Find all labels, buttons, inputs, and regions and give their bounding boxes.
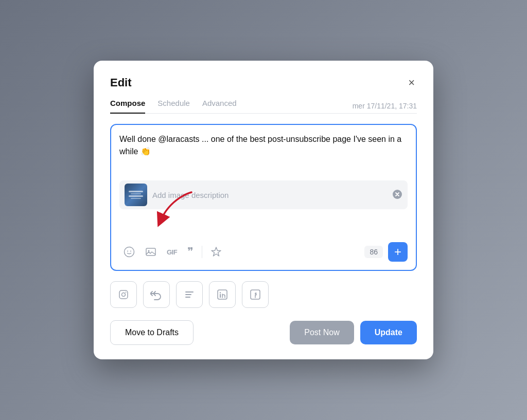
instagram-button[interactable] xyxy=(110,281,137,308)
quote-icon: ❞ xyxy=(187,245,194,259)
retweet-button[interactable] xyxy=(143,281,170,308)
thumb-line-1 xyxy=(129,191,143,192)
social-buttons-row xyxy=(110,281,417,308)
thread-button[interactable] xyxy=(176,281,203,308)
svg-rect-9 xyxy=(185,291,194,293)
quote-button[interactable]: ❞ xyxy=(183,242,198,262)
modal-header: Edit × xyxy=(110,75,417,90)
svg-point-1 xyxy=(125,247,134,257)
svg-rect-10 xyxy=(185,294,191,295)
tab-schedule[interactable]: Schedule xyxy=(157,99,190,114)
compose-toolbar: GIF ❞ 86 + xyxy=(119,242,408,262)
add-button[interactable]: + xyxy=(388,242,408,262)
remove-icon xyxy=(392,189,402,199)
tab-date: mer 17/11/21, 17:31 xyxy=(353,102,417,110)
image-button[interactable] xyxy=(141,243,161,261)
image-description-placeholder[interactable]: Add image description xyxy=(152,191,387,199)
svg-rect-11 xyxy=(185,297,190,298)
gif-button[interactable]: GIF xyxy=(163,245,181,259)
image-thumbnail xyxy=(125,184,147,206)
svg-point-3 xyxy=(130,251,131,252)
facebook-icon xyxy=(250,289,261,300)
compose-text[interactable]: Well done @laracasts ... one of the best… xyxy=(119,133,408,174)
thumb-line-3 xyxy=(129,195,143,197)
post-now-button[interactable]: Post Now xyxy=(290,321,354,344)
arrow-annotation xyxy=(119,215,408,242)
svg-point-8 xyxy=(126,292,127,293)
footer-right-buttons: Post Now Update xyxy=(290,321,417,344)
svg-rect-6 xyxy=(119,290,128,299)
instagram-icon xyxy=(118,289,129,300)
tab-compose[interactable]: Compose xyxy=(110,99,145,114)
add-icon: + xyxy=(394,246,401,258)
star-button[interactable] xyxy=(206,243,226,261)
image-description-row: Add image description xyxy=(119,180,408,209)
gif-label: GIF xyxy=(167,248,177,256)
edit-modal: Edit × Compose Schedule Advanced mer 17/… xyxy=(94,61,433,359)
retweet-icon xyxy=(150,288,163,301)
svg-point-2 xyxy=(127,251,128,252)
tabs-row: Compose Schedule Advanced mer 17/11/21, … xyxy=(110,99,417,114)
compose-box: Well done @laracasts ... one of the best… xyxy=(110,124,417,271)
facebook-button[interactable] xyxy=(242,281,269,308)
toolbar-divider xyxy=(202,246,202,258)
tabs-container: Compose Schedule Advanced xyxy=(110,99,237,113)
modal-title: Edit xyxy=(110,76,132,89)
image-remove-button[interactable] xyxy=(392,189,402,201)
linkedin-icon xyxy=(217,289,228,300)
image-icon xyxy=(145,246,156,258)
char-count: 86 xyxy=(364,246,383,258)
update-button[interactable]: Update xyxy=(360,321,417,344)
modal-backdrop: Edit × Compose Schedule Advanced mer 17/… xyxy=(0,0,527,420)
svg-point-5 xyxy=(148,250,150,252)
emoji-button[interactable] xyxy=(119,243,139,261)
thread-icon xyxy=(184,289,195,300)
svg-point-7 xyxy=(122,293,126,297)
svg-rect-4 xyxy=(146,248,155,255)
linkedin-button[interactable] xyxy=(209,281,236,308)
thumb-line-2 xyxy=(131,193,141,194)
thumb-inner xyxy=(125,184,147,206)
close-button[interactable]: × xyxy=(406,75,417,90)
svg-point-14 xyxy=(220,292,221,293)
modal-footer: Move to Drafts Post Now Update xyxy=(110,320,417,345)
move-to-drafts-button[interactable]: Move to Drafts xyxy=(110,320,194,345)
emoji-icon xyxy=(124,246,135,258)
svg-rect-13 xyxy=(220,294,221,298)
thumb-line-4 xyxy=(131,198,141,199)
tab-advanced[interactable]: Advanced xyxy=(202,99,237,114)
star-icon xyxy=(210,246,222,258)
